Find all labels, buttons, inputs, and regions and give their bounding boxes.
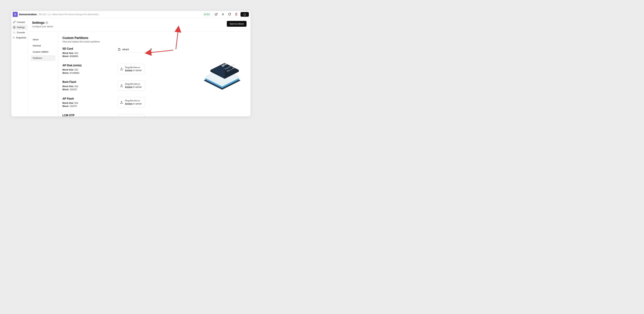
app-title: Demonstration	[19, 13, 37, 16]
power-button[interactable]	[240, 12, 249, 17]
page-title: Settings	[32, 21, 53, 24]
sidebar: Connect Settings Console Snapshots	[11, 18, 28, 116]
header-meta: | RD-1AE | 1.0 | Safety Island PSA Secur…	[38, 13, 99, 16]
power-icon	[243, 13, 246, 16]
partition-name: SD Card	[62, 47, 109, 50]
dropzone[interactable]: Drag file here orbrowse to upload	[118, 97, 145, 108]
app-badge: D	[13, 12, 18, 17]
browse-link[interactable]: browse	[125, 69, 132, 72]
partition-name: Boot Flash	[62, 80, 109, 84]
pause-button[interactable]	[220, 11, 226, 18]
meta-description: Safety Island PSA Secure Storage APIs (B…	[52, 13, 98, 16]
pause-icon	[222, 13, 224, 16]
page-subtitle: Configure your device	[32, 25, 53, 28]
help-icon[interactable]	[46, 22, 48, 24]
dropzone[interactable]: Drag file here orbrowse to upload	[118, 80, 145, 91]
close-icon	[150, 48, 152, 50]
file-icon	[118, 48, 120, 51]
sidebar-item-label: Connect	[17, 21, 25, 24]
remove-file-button[interactable]	[150, 48, 152, 51]
subnav-item-general[interactable]: General	[31, 43, 55, 48]
upload-icon	[120, 84, 123, 87]
sidebar-item-snapshots[interactable]: Snapshots	[11, 35, 28, 40]
subnav-item-about[interactable]: About	[31, 36, 55, 42]
partitions-panel: Custom Partitions View and replace the c…	[58, 32, 250, 116]
save-reboot-button[interactable]: Save & reboot	[227, 21, 246, 27]
topbar: D Demonstration | RD-1AE | 1.0 | Safety …	[11, 11, 250, 18]
sidebar-item-label: Settings	[17, 26, 25, 28]
terminal-icon	[13, 31, 16, 34]
settings-header: Settings Configure your device Save & re…	[28, 18, 250, 32]
settings-subnav: About General Custom vMMIO Partitions	[28, 32, 58, 116]
upload-icon	[120, 101, 123, 104]
partition-name: AP Flash	[62, 97, 109, 100]
browse-link[interactable]: browse	[125, 102, 132, 105]
subnav-item-custom-vmmio[interactable]: Custom vMMIO	[31, 49, 55, 55]
browse-link[interactable]: browse	[125, 86, 132, 88]
dropzone[interactable]: Drag file here orbrowse to upload	[118, 64, 145, 74]
panel-description: View and replace the custom partitions.	[62, 40, 246, 43]
arm-chip-icon: arm Automotive RD-1 AE	[199, 61, 246, 95]
dropzone[interactable]: Drag file here orbrowse to upload	[118, 114, 145, 116]
delete-button[interactable]	[233, 11, 240, 18]
partition-row-apflash: AP Flash Block Size: 512 Block: 131072 D…	[62, 97, 246, 108]
svg-marker-6	[13, 37, 14, 38]
upload-icon	[120, 68, 123, 70]
svg-line-0	[216, 13, 217, 14]
status-text: On	[206, 13, 209, 16]
sidebar-item-label: Snapshots	[16, 36, 26, 39]
sidebar-item-label: Console	[17, 31, 25, 34]
file-chip: sdcard	[118, 47, 153, 52]
link-icon	[13, 21, 16, 24]
partition-row-lcmotp: LCM OTP Block Size: 512 Block: 128 Drag …	[62, 114, 246, 116]
sidebar-item-console[interactable]: Console	[11, 30, 28, 35]
sidebar-item-settings[interactable]: Settings	[12, 25, 27, 30]
external-link-icon	[215, 13, 218, 16]
partition-row-sdcard: SD Card Block Size: 512 Block: 8388608 s…	[62, 47, 246, 58]
meta-version: 1.0	[48, 13, 50, 16]
layers-icon	[13, 36, 15, 39]
file-name: sdcard	[122, 48, 148, 50]
gear-icon	[13, 26, 16, 28]
panel-title: Custom Partitions	[62, 36, 246, 40]
partition-name: AP Disk (virtio)	[62, 64, 109, 67]
device-illustration: arm Automotive RD-1 AE	[199, 61, 246, 95]
sidebar-item-connect[interactable]: Connect	[11, 20, 28, 25]
status-pill: On	[203, 12, 211, 16]
external-link-button[interactable]	[213, 11, 220, 18]
subnav-item-partitions[interactable]: Partitions	[31, 55, 55, 61]
trash-icon	[235, 13, 238, 16]
svg-point-4	[14, 27, 15, 28]
refresh-button[interactable]	[226, 11, 233, 18]
refresh-icon	[228, 13, 231, 16]
meta-model: RD-1AE	[39, 13, 46, 16]
partition-name: LCM OTP	[62, 114, 109, 116]
